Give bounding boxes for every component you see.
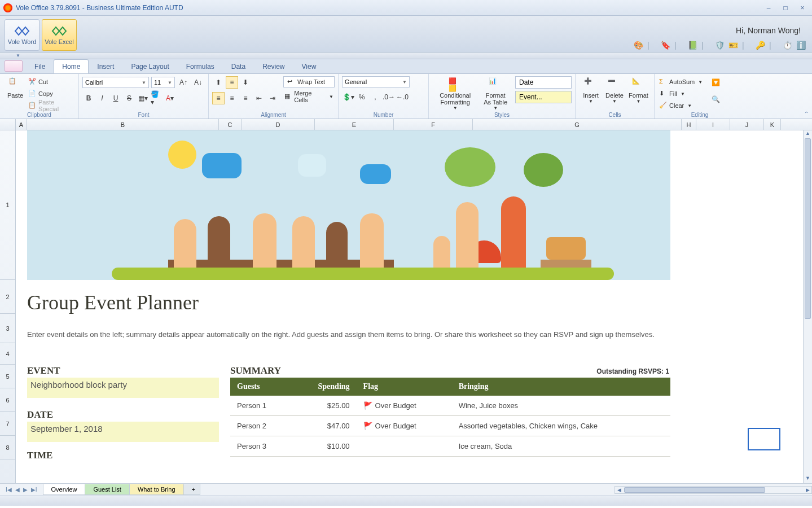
format-button[interactable]: 📐Format▼ (626, 76, 651, 105)
strike-button[interactable]: S (123, 92, 135, 104)
minimize-button[interactable]: – (762, 3, 775, 13)
border-button[interactable]: ▦▾ (137, 92, 149, 104)
ribbon-tab-file[interactable]: File (26, 59, 54, 73)
event-value-cell[interactable]: Neighborhood block party (27, 378, 219, 398)
column-header[interactable]: F (394, 119, 473, 130)
select-all-corner[interactable] (0, 119, 16, 130)
font-size-combo[interactable]: 11▼ (151, 77, 175, 88)
row-header[interactable]: 3 (0, 314, 15, 343)
style-event[interactable]: Event... (515, 91, 572, 103)
column-header[interactable]: I (696, 119, 730, 130)
horizontal-scrollbar[interactable]: ◀ ▶ (615, 486, 812, 494)
app-tab-excel[interactable]: Vole Excel (42, 19, 77, 51)
qat-dropdown[interactable]: ▼ (0, 52, 812, 59)
scroll-left-icon[interactable]: ◀ (615, 487, 623, 493)
align-middle-button[interactable]: ≡ (226, 76, 238, 89)
maximize-button[interactable]: □ (779, 3, 792, 13)
align-left-button[interactable]: ≡ (212, 92, 225, 104)
column-header[interactable]: G (473, 119, 682, 130)
scroll-thumb[interactable] (624, 487, 765, 493)
qat-icon-4[interactable]: 🛡️ (715, 41, 724, 50)
sort-filter-button[interactable]: 🔽 (709, 76, 722, 89)
font-name-combo[interactable]: Calibri▼ (82, 77, 149, 88)
row-header[interactable]: 1 (0, 130, 15, 280)
ribbon-tab-page-layout[interactable]: Page Layout (122, 59, 177, 73)
ribbon-tab-home[interactable]: Home (54, 59, 89, 73)
add-sheet-button[interactable]: + (183, 484, 200, 495)
row-header[interactable]: 5 (0, 365, 15, 388)
column-header[interactable]: C (219, 119, 242, 130)
column-header[interactable]: K (764, 119, 781, 130)
increase-indent-button[interactable]: ⇥ (266, 92, 279, 104)
sheet-nav-next[interactable]: ▶ (23, 487, 28, 493)
qat-icon-2[interactable]: 🔖 (661, 41, 670, 50)
align-center-button[interactable]: ≡ (226, 92, 238, 104)
align-top-button[interactable]: ⬆ (212, 76, 225, 89)
qat-icon-7[interactable]: ⏱️ (783, 41, 792, 50)
copy-button[interactable]: 📄Copy (27, 88, 75, 99)
table-row[interactable]: Person 1$25.00🚩Over BudgetWine, Juice bo… (230, 396, 670, 416)
table-row[interactable]: Person 2$47.00🚩Over BudgetAssorted veget… (230, 416, 670, 436)
find-button[interactable]: 🔍 (709, 93, 722, 106)
percent-button[interactable]: % (355, 91, 368, 103)
delete-button[interactable]: ➖Delete▼ (603, 76, 626, 105)
bold-button[interactable]: B (82, 92, 95, 104)
sheet-tab-guest-list[interactable]: Guest List (85, 484, 130, 495)
ribbon-tab-formulas[interactable]: Formulas (178, 59, 223, 73)
qat-icon-6[interactable]: 🔑 (756, 41, 765, 50)
ribbon-tab-view[interactable]: View (293, 59, 325, 73)
merge-cells-button[interactable]: ▦Merge Cells▼ (283, 91, 335, 102)
italic-button[interactable]: I (96, 92, 108, 104)
align-bottom-button[interactable]: ⬇ (239, 76, 252, 89)
conditional-formatting-button[interactable]: 🟥🟨 Conditional Formatting▼ (432, 76, 478, 112)
row-header[interactable]: 8 (0, 436, 15, 459)
format-as-table-button[interactable]: 📊 Format As Table▼ (478, 76, 513, 112)
ribbon-tab-data[interactable]: Data (223, 59, 254, 73)
date-value-cell[interactable]: September 1, 2018 (27, 422, 219, 442)
increase-decimal-button[interactable]: .0→ (383, 91, 395, 103)
fill-color-button[interactable]: 🪣▾ (150, 92, 163, 104)
row-header[interactable]: 2 (0, 280, 15, 314)
table-row[interactable]: Person 3$10.00Ice cream, Soda (230, 436, 670, 457)
row-header[interactable]: 7 (0, 412, 15, 436)
sheet-tab-what-to-bring[interactable]: What to Bring (129, 484, 184, 495)
cells-area[interactable]: Group Event Planner Enter event details … (16, 130, 803, 483)
column-header[interactable]: J (730, 119, 764, 130)
qat-icon-3[interactable]: 📗 (688, 41, 697, 50)
currency-button[interactable]: 💲▾ (342, 91, 354, 103)
font-color-button[interactable]: A▾ (164, 92, 176, 104)
sheet-nav-first[interactable]: I◀ (6, 487, 12, 493)
scroll-up-icon[interactable]: ▲ (804, 130, 812, 138)
paste-special-button[interactable]: 📋Paste Special (27, 100, 75, 111)
style-date[interactable]: Date (515, 76, 572, 89)
decrease-indent-button[interactable]: ⇤ (253, 92, 265, 104)
column-header[interactable]: E (315, 119, 394, 130)
decrease-font-button[interactable]: A↓ (192, 76, 204, 89)
scroll-down-icon[interactable]: ▼ (804, 475, 812, 483)
sheet-nav-prev[interactable]: ◀ (15, 487, 20, 493)
column-header[interactable]: H (682, 119, 696, 130)
underline-button[interactable]: U (109, 92, 122, 104)
scroll-thumb[interactable] (805, 138, 811, 319)
row-header[interactable]: 6 (0, 388, 15, 412)
ribbon-tab-review[interactable]: Review (254, 59, 293, 73)
qat-icon-1[interactable]: 🎨 (634, 41, 643, 50)
autosum-button[interactable]: ΣAutoSum▼ (658, 76, 704, 87)
paste-button[interactable]: 📋 Paste (3, 76, 27, 100)
column-header[interactable]: B (27, 119, 219, 130)
fill-button[interactable]: ⬇Fill▼ (658, 88, 704, 99)
row-header[interactable]: 4 (0, 343, 15, 365)
sheet-tab-overview[interactable]: Overview (43, 484, 86, 495)
collapse-ribbon-button[interactable]: ⌃ (804, 111, 809, 117)
qat-icon-8[interactable]: ℹ️ (796, 41, 805, 50)
sheet-nav-last[interactable]: ▶I (31, 487, 37, 493)
column-header[interactable]: A (16, 119, 27, 130)
comma-button[interactable]: , (369, 91, 381, 103)
app-tab-word[interactable]: Vole Word (5, 19, 39, 51)
ribbon-icon-button[interactable] (5, 60, 23, 72)
increase-font-button[interactable]: A↑ (177, 76, 190, 89)
cut-button[interactable]: ✂️Cut (27, 76, 75, 87)
insert-button[interactable]: ➕Insert▼ (579, 76, 603, 105)
decrease-decimal-button[interactable]: ←.0 (396, 91, 409, 103)
clear-button[interactable]: 🧹Clear▼ (658, 100, 704, 111)
